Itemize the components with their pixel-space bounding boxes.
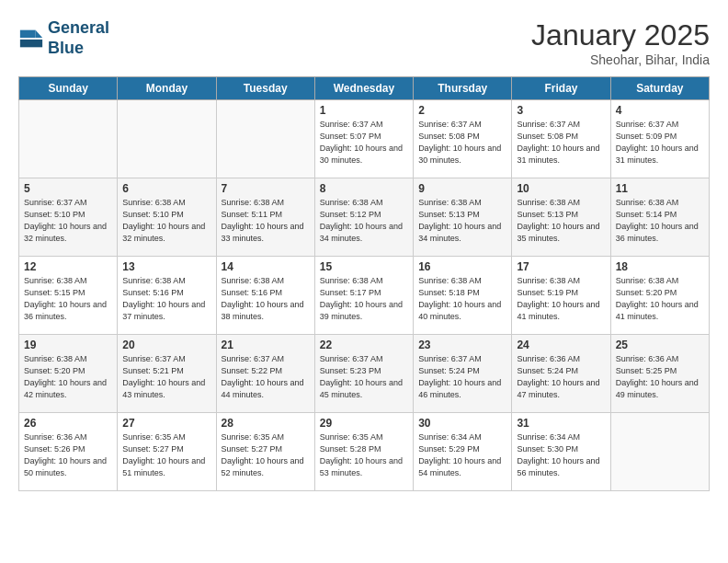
day-info: Sunrise: 6:38 AMSunset: 5:14 PMDaylight:… bbox=[616, 197, 704, 245]
day-info: Sunrise: 6:38 AMSunset: 5:13 PMDaylight:… bbox=[517, 197, 605, 245]
calendar-cell: 21Sunrise: 6:37 AMSunset: 5:22 PMDayligh… bbox=[216, 335, 314, 413]
day-number: 20 bbox=[122, 339, 210, 351]
day-info: Sunrise: 6:37 AMSunset: 5:07 PMDaylight:… bbox=[320, 119, 408, 167]
day-info: Sunrise: 6:34 AMSunset: 5:30 PMDaylight:… bbox=[517, 431, 605, 479]
day-number: 10 bbox=[517, 182, 605, 195]
day-number: 6 bbox=[122, 182, 210, 195]
day-number: 24 bbox=[517, 339, 605, 351]
calendar-cell: 11Sunrise: 6:38 AMSunset: 5:14 PMDayligh… bbox=[610, 178, 709, 257]
calendar-cell: 14Sunrise: 6:38 AMSunset: 5:16 PMDayligh… bbox=[216, 257, 314, 335]
day-info: Sunrise: 6:36 AMSunset: 5:26 PMDaylight:… bbox=[24, 431, 112, 479]
day-info: Sunrise: 6:35 AMSunset: 5:28 PMDaylight:… bbox=[320, 431, 408, 479]
day-number: 23 bbox=[418, 339, 506, 351]
calendar-cell: 19Sunrise: 6:38 AMSunset: 5:20 PMDayligh… bbox=[19, 335, 118, 413]
calendar-cell: 10Sunrise: 6:38 AMSunset: 5:13 PMDayligh… bbox=[512, 178, 610, 257]
day-number: 27 bbox=[122, 417, 210, 430]
month-title: January 2025 bbox=[531, 18, 710, 52]
day-number: 31 bbox=[517, 417, 605, 430]
calendar-cell: 22Sunrise: 6:37 AMSunset: 5:23 PMDayligh… bbox=[314, 335, 413, 413]
day-info: Sunrise: 6:37 AMSunset: 5:21 PMDaylight:… bbox=[122, 353, 210, 401]
calendar-cell bbox=[610, 413, 709, 491]
day-info: Sunrise: 6:37 AMSunset: 5:10 PMDaylight:… bbox=[24, 197, 112, 245]
day-info: Sunrise: 6:38 AMSunset: 5:16 PMDaylight:… bbox=[122, 275, 210, 323]
day-info: Sunrise: 6:37 AMSunset: 5:08 PMDaylight:… bbox=[517, 119, 605, 167]
day-number: 28 bbox=[222, 417, 310, 430]
day-number: 8 bbox=[320, 182, 408, 195]
calendar-cell: 6Sunrise: 6:38 AMSunset: 5:10 PMDaylight… bbox=[118, 178, 216, 257]
day-number: 15 bbox=[320, 260, 408, 273]
calendar-cell bbox=[216, 100, 314, 178]
day-number: 12 bbox=[24, 260, 112, 273]
day-info: Sunrise: 6:37 AMSunset: 5:23 PMDaylight:… bbox=[320, 353, 408, 401]
calendar-cell: 30Sunrise: 6:34 AMSunset: 5:29 PMDayligh… bbox=[414, 413, 512, 491]
day-number: 30 bbox=[418, 417, 506, 430]
day-number: 3 bbox=[517, 104, 605, 117]
day-number: 14 bbox=[222, 260, 310, 273]
calendar-cell: 2Sunrise: 6:37 AMSunset: 5:08 PMDaylight… bbox=[414, 100, 512, 178]
day-number: 17 bbox=[517, 260, 605, 273]
calendar-cell: 27Sunrise: 6:35 AMSunset: 5:27 PMDayligh… bbox=[118, 413, 216, 491]
calendar-week-row: 12Sunrise: 6:38 AMSunset: 5:15 PMDayligh… bbox=[19, 257, 710, 335]
day-info: Sunrise: 6:35 AMSunset: 5:27 PMDaylight:… bbox=[222, 431, 310, 479]
day-number: 21 bbox=[222, 339, 310, 351]
day-number: 4 bbox=[616, 104, 704, 117]
day-info: Sunrise: 6:37 AMSunset: 5:24 PMDaylight:… bbox=[418, 353, 506, 401]
day-info: Sunrise: 6:38 AMSunset: 5:10 PMDaylight:… bbox=[122, 197, 210, 245]
calendar-cell: 23Sunrise: 6:37 AMSunset: 5:24 PMDayligh… bbox=[414, 335, 512, 413]
calendar-cell: 1Sunrise: 6:37 AMSunset: 5:07 PMDaylight… bbox=[314, 100, 413, 178]
day-number: 5 bbox=[24, 182, 112, 195]
calendar-table: SundayMondayTuesdayWednesdayThursdayFrid… bbox=[18, 76, 710, 491]
calendar-cell: 16Sunrise: 6:38 AMSunset: 5:18 PMDayligh… bbox=[414, 257, 512, 335]
calendar-cell: 29Sunrise: 6:35 AMSunset: 5:28 PMDayligh… bbox=[314, 413, 413, 491]
day-info: Sunrise: 6:38 AMSunset: 5:16 PMDaylight:… bbox=[222, 275, 310, 323]
calendar-week-row: 5Sunrise: 6:37 AMSunset: 5:10 PMDaylight… bbox=[19, 178, 710, 257]
logo-line2: Blue bbox=[48, 39, 84, 57]
calendar-cell: 3Sunrise: 6:37 AMSunset: 5:08 PMDaylight… bbox=[512, 100, 610, 178]
calendar-header-row: SundayMondayTuesdayWednesdayThursdayFrid… bbox=[19, 77, 710, 100]
calendar-cell: 5Sunrise: 6:37 AMSunset: 5:10 PMDaylight… bbox=[19, 178, 118, 257]
day-header-sunday: Sunday bbox=[19, 77, 118, 100]
day-number: 18 bbox=[616, 260, 704, 273]
calendar-cell: 31Sunrise: 6:34 AMSunset: 5:30 PMDayligh… bbox=[512, 413, 610, 491]
day-number: 13 bbox=[122, 260, 210, 273]
day-info: Sunrise: 6:38 AMSunset: 5:13 PMDaylight:… bbox=[418, 197, 506, 245]
day-info: Sunrise: 6:37 AMSunset: 5:08 PMDaylight:… bbox=[418, 119, 506, 167]
day-number: 1 bbox=[320, 104, 408, 117]
day-number: 16 bbox=[418, 260, 506, 273]
day-header-friday: Friday bbox=[512, 77, 610, 100]
day-header-tuesday: Tuesday bbox=[216, 77, 314, 100]
calendar-cell: 4Sunrise: 6:37 AMSunset: 5:09 PMDaylight… bbox=[610, 100, 709, 178]
day-info: Sunrise: 6:35 AMSunset: 5:27 PMDaylight:… bbox=[122, 431, 210, 479]
title-block: January 2025 Sheohar, Bihar, India bbox=[531, 18, 710, 67]
calendar-cell: 28Sunrise: 6:35 AMSunset: 5:27 PMDayligh… bbox=[216, 413, 314, 491]
day-number: 26 bbox=[24, 417, 112, 430]
calendar-cell: 24Sunrise: 6:36 AMSunset: 5:24 PMDayligh… bbox=[512, 335, 610, 413]
day-number: 9 bbox=[418, 182, 506, 195]
calendar-cell: 15Sunrise: 6:38 AMSunset: 5:17 PMDayligh… bbox=[314, 257, 413, 335]
calendar-cell: 26Sunrise: 6:36 AMSunset: 5:26 PMDayligh… bbox=[19, 413, 118, 491]
day-number: 19 bbox=[24, 339, 112, 351]
calendar-cell: 7Sunrise: 6:38 AMSunset: 5:11 PMDaylight… bbox=[216, 178, 314, 257]
day-info: Sunrise: 6:38 AMSunset: 5:20 PMDaylight:… bbox=[616, 275, 704, 323]
calendar-cell: 18Sunrise: 6:38 AMSunset: 5:20 PMDayligh… bbox=[610, 257, 709, 335]
calendar-cell: 17Sunrise: 6:38 AMSunset: 5:19 PMDayligh… bbox=[512, 257, 610, 335]
location-subtitle: Sheohar, Bihar, India bbox=[531, 52, 710, 67]
calendar-cell bbox=[19, 100, 118, 178]
day-info: Sunrise: 6:38 AMSunset: 5:17 PMDaylight:… bbox=[320, 275, 408, 323]
day-number: 25 bbox=[616, 339, 704, 351]
day-header-thursday: Thursday bbox=[414, 77, 512, 100]
day-number: 29 bbox=[320, 417, 408, 430]
calendar-cell: 25Sunrise: 6:36 AMSunset: 5:25 PMDayligh… bbox=[610, 335, 709, 413]
day-info: Sunrise: 6:37 AMSunset: 5:09 PMDaylight:… bbox=[616, 119, 704, 167]
day-info: Sunrise: 6:38 AMSunset: 5:18 PMDaylight:… bbox=[418, 275, 506, 323]
day-header-saturday: Saturday bbox=[610, 77, 709, 100]
day-info: Sunrise: 6:38 AMSunset: 5:12 PMDaylight:… bbox=[320, 197, 408, 245]
calendar-cell: 8Sunrise: 6:38 AMSunset: 5:12 PMDaylight… bbox=[314, 178, 413, 257]
day-info: Sunrise: 6:37 AMSunset: 5:22 PMDaylight:… bbox=[222, 353, 310, 401]
day-info: Sunrise: 6:38 AMSunset: 5:20 PMDaylight:… bbox=[24, 353, 112, 401]
day-header-monday: Monday bbox=[118, 77, 216, 100]
calendar-week-row: 1Sunrise: 6:37 AMSunset: 5:07 PMDaylight… bbox=[19, 100, 710, 178]
logo-line1: General bbox=[48, 18, 109, 37]
day-info: Sunrise: 6:36 AMSunset: 5:24 PMDaylight:… bbox=[517, 353, 605, 401]
calendar-cell: 12Sunrise: 6:38 AMSunset: 5:15 PMDayligh… bbox=[19, 257, 118, 335]
